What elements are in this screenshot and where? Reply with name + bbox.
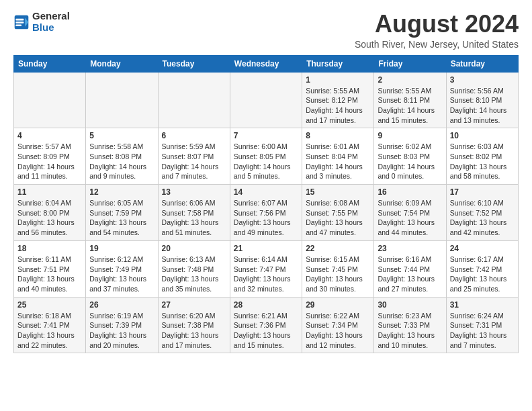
day-header-wednesday: Wednesday — [230, 55, 302, 72]
day-info: Sunrise: 6:22 AMSunset: 7:34 PMDaylight:… — [306, 311, 370, 351]
calendar-cell: 31Sunrise: 6:24 AMSunset: 7:31 PMDayligh… — [446, 297, 518, 353]
calendar-cell: 10Sunrise: 6:03 AMSunset: 8:02 PMDayligh… — [446, 128, 518, 185]
calendar-header: SundayMondayTuesdayWednesdayThursdayFrid… — [14, 55, 519, 72]
calendar-cell: 27Sunrise: 6:20 AMSunset: 7:38 PMDayligh… — [158, 297, 230, 353]
logo-general-text: General — [32, 11, 70, 22]
day-info: Sunrise: 6:15 AMSunset: 7:45 PMDaylight:… — [306, 255, 370, 294]
day-number: 11 — [17, 187, 82, 197]
day-header-thursday: Thursday — [302, 55, 374, 72]
day-number: 31 — [450, 300, 515, 310]
svg-rect-2 — [15, 18, 24, 20]
calendar-cell — [158, 72, 230, 128]
calendar-week-2: 4Sunrise: 5:57 AMSunset: 8:09 PMDaylight… — [14, 128, 519, 185]
calendar-cell: 18Sunrise: 6:11 AMSunset: 7:51 PMDayligh… — [14, 240, 86, 297]
calendar-cell: 24Sunrise: 6:17 AMSunset: 7:42 PMDayligh… — [446, 240, 518, 297]
day-number: 8 — [306, 131, 370, 140]
calendar-cell: 28Sunrise: 6:21 AMSunset: 7:36 PMDayligh… — [230, 297, 302, 353]
day-number: 30 — [378, 300, 442, 310]
day-number: 15 — [306, 187, 370, 197]
calendar-cell: 8Sunrise: 6:01 AMSunset: 8:04 PMDaylight… — [302, 128, 374, 185]
day-info: Sunrise: 6:13 AMSunset: 7:48 PMDaylight:… — [162, 255, 226, 294]
day-info: Sunrise: 5:57 AMSunset: 8:09 PMDaylight:… — [17, 142, 82, 181]
main-title: August 2024 — [355, 11, 519, 38]
calendar-body: 1Sunrise: 5:55 AMSunset: 8:12 PMDaylight… — [14, 72, 519, 353]
calendar-cell: 7Sunrise: 6:00 AMSunset: 8:05 PMDaylight… — [230, 128, 302, 185]
calendar-cell — [14, 72, 86, 128]
calendar-cell: 13Sunrise: 6:06 AMSunset: 7:58 PMDayligh… — [158, 185, 230, 241]
day-info: Sunrise: 6:02 AMSunset: 8:03 PMDaylight:… — [378, 142, 442, 181]
logo-blue-text: Blue — [32, 22, 70, 34]
calendar-cell: 14Sunrise: 6:07 AMSunset: 7:56 PMDayligh… — [230, 185, 302, 241]
day-number: 28 — [234, 300, 298, 310]
day-info: Sunrise: 6:20 AMSunset: 7:38 PMDaylight:… — [162, 311, 226, 351]
day-number: 26 — [89, 300, 154, 310]
day-info: Sunrise: 6:24 AMSunset: 7:31 PMDaylight:… — [450, 311, 515, 351]
day-number: 1 — [306, 75, 370, 85]
day-info: Sunrise: 5:56 AMSunset: 8:10 PMDaylight:… — [450, 86, 515, 126]
day-number: 21 — [234, 244, 298, 253]
calendar-cell: 17Sunrise: 6:10 AMSunset: 7:52 PMDayligh… — [446, 185, 518, 241]
svg-rect-4 — [15, 24, 21, 26]
day-number: 22 — [306, 244, 370, 253]
day-info: Sunrise: 6:11 AMSunset: 7:51 PMDaylight:… — [17, 255, 82, 294]
calendar-cell: 9Sunrise: 6:02 AMSunset: 8:03 PMDaylight… — [374, 128, 446, 185]
day-number: 23 — [378, 244, 442, 253]
calendar-cell: 6Sunrise: 5:59 AMSunset: 8:07 PMDaylight… — [158, 128, 230, 185]
calendar-cell: 22Sunrise: 6:15 AMSunset: 7:45 PMDayligh… — [302, 240, 374, 297]
day-header-monday: Monday — [86, 55, 158, 72]
title-area: August 2024 South River, New Jersey, Uni… — [355, 11, 519, 50]
day-info: Sunrise: 5:58 AMSunset: 8:08 PMDaylight:… — [89, 142, 154, 181]
calendar-cell: 2Sunrise: 5:55 AMSunset: 8:11 PMDaylight… — [374, 72, 446, 128]
day-info: Sunrise: 6:10 AMSunset: 7:52 PMDaylight:… — [450, 198, 515, 238]
day-info: Sunrise: 5:59 AMSunset: 8:07 PMDaylight:… — [162, 142, 226, 181]
day-number: 10 — [450, 131, 515, 140]
day-info: Sunrise: 6:07 AMSunset: 7:56 PMDaylight:… — [234, 198, 298, 238]
calendar-cell: 25Sunrise: 6:18 AMSunset: 7:41 PMDayligh… — [14, 297, 86, 353]
day-info: Sunrise: 6:03 AMSunset: 8:02 PMDaylight:… — [450, 142, 515, 181]
day-header-friday: Friday — [374, 55, 446, 72]
day-number: 12 — [89, 187, 154, 197]
day-number: 4 — [17, 131, 82, 140]
day-number: 5 — [89, 131, 154, 140]
svg-rect-3 — [15, 21, 24, 24]
calendar-cell: 11Sunrise: 6:04 AMSunset: 8:00 PMDayligh… — [14, 185, 86, 241]
calendar-week-4: 18Sunrise: 6:11 AMSunset: 7:51 PMDayligh… — [14, 240, 519, 297]
day-info: Sunrise: 6:09 AMSunset: 7:54 PMDaylight:… — [378, 198, 442, 238]
day-number: 9 — [378, 131, 442, 140]
day-number: 29 — [306, 300, 370, 310]
day-info: Sunrise: 6:12 AMSunset: 7:49 PMDaylight:… — [89, 255, 154, 294]
day-number: 25 — [17, 300, 82, 310]
day-number: 19 — [89, 244, 154, 253]
day-info: Sunrise: 5:55 AMSunset: 8:12 PMDaylight:… — [306, 86, 370, 126]
day-info: Sunrise: 6:00 AMSunset: 8:05 PMDaylight:… — [234, 142, 298, 181]
calendar-cell: 26Sunrise: 6:19 AMSunset: 7:39 PMDayligh… — [86, 297, 158, 353]
day-info: Sunrise: 6:04 AMSunset: 8:00 PMDaylight:… — [17, 198, 82, 238]
calendar-cell: 21Sunrise: 6:14 AMSunset: 7:47 PMDayligh… — [230, 240, 302, 297]
day-number: 16 — [378, 187, 442, 197]
day-number: 27 — [162, 300, 226, 310]
calendar-cell: 1Sunrise: 5:55 AMSunset: 8:12 PMDaylight… — [302, 72, 374, 128]
calendar: SundayMondayTuesdayWednesdayThursdayFrid… — [13, 55, 519, 354]
calendar-week-5: 25Sunrise: 6:18 AMSunset: 7:41 PMDayligh… — [14, 297, 519, 353]
header-row: SundayMondayTuesdayWednesdayThursdayFrid… — [14, 55, 519, 72]
subtitle: South River, New Jersey, United States — [355, 39, 519, 50]
calendar-cell: 3Sunrise: 5:56 AMSunset: 8:10 PMDaylight… — [446, 72, 518, 128]
calendar-cell — [230, 72, 302, 128]
calendar-cell: 12Sunrise: 6:05 AMSunset: 7:59 PMDayligh… — [86, 185, 158, 241]
day-info: Sunrise: 6:23 AMSunset: 7:33 PMDaylight:… — [378, 311, 442, 351]
day-header-sunday: Sunday — [14, 55, 86, 72]
header: General Blue August 2024 South River, Ne… — [13, 11, 519, 50]
calendar-cell: 20Sunrise: 6:13 AMSunset: 7:48 PMDayligh… — [158, 240, 230, 297]
calendar-cell: 19Sunrise: 6:12 AMSunset: 7:49 PMDayligh… — [86, 240, 158, 297]
calendar-cell: 29Sunrise: 6:22 AMSunset: 7:34 PMDayligh… — [302, 297, 374, 353]
calendar-cell: 16Sunrise: 6:09 AMSunset: 7:54 PMDayligh… — [374, 185, 446, 241]
logo-icon — [13, 14, 30, 30]
logo: General Blue — [13, 11, 70, 33]
day-number: 7 — [234, 131, 298, 140]
calendar-week-1: 1Sunrise: 5:55 AMSunset: 8:12 PMDaylight… — [14, 72, 519, 128]
day-info: Sunrise: 6:08 AMSunset: 7:55 PMDaylight:… — [306, 198, 370, 238]
day-number: 24 — [450, 244, 515, 253]
day-info: Sunrise: 6:18 AMSunset: 7:41 PMDaylight:… — [17, 311, 82, 351]
day-info: Sunrise: 6:19 AMSunset: 7:39 PMDaylight:… — [89, 311, 154, 351]
day-info: Sunrise: 6:16 AMSunset: 7:44 PMDaylight:… — [378, 255, 442, 294]
